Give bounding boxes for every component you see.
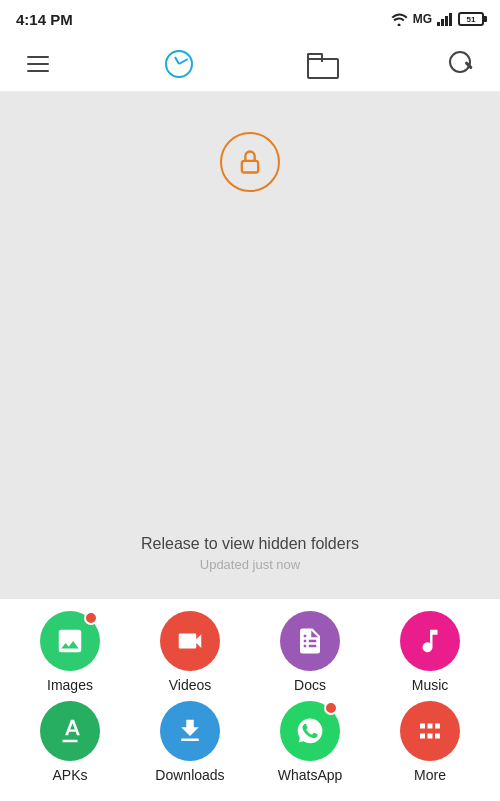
grid-item-apks[interactable]: APKs xyxy=(20,701,120,783)
wifi-icon xyxy=(390,12,408,26)
status-time: 4:14 PM xyxy=(16,11,73,28)
images-label: Images xyxy=(47,677,93,693)
status-icons: MG 51 xyxy=(390,12,484,26)
downloads-icon xyxy=(160,701,220,761)
search-button[interactable] xyxy=(444,46,480,82)
svg-rect-4 xyxy=(242,161,258,173)
battery-icon: 51 xyxy=(458,12,484,26)
hamburger-menu-button[interactable] xyxy=(20,46,56,82)
browse-button[interactable] xyxy=(303,46,339,82)
images-badge xyxy=(84,611,98,625)
music-icon xyxy=(400,611,460,671)
main-area: Release to view hidden folders Updated j… xyxy=(0,92,500,612)
videos-svg xyxy=(175,626,205,656)
apks-svg xyxy=(55,716,85,746)
grid-item-more[interactable]: More xyxy=(380,701,480,783)
images-icon xyxy=(40,611,100,671)
release-main-text: Release to view hidden folders xyxy=(141,535,359,553)
svg-rect-2 xyxy=(445,16,448,26)
grid-item-images[interactable]: Images xyxy=(20,611,120,693)
bottom-grid: Images Videos Docs Music APKs xyxy=(0,599,500,801)
more-icon xyxy=(400,701,460,761)
toolbar xyxy=(0,36,500,92)
music-label: Music xyxy=(412,677,449,693)
search-icon xyxy=(449,51,475,77)
lock-icon xyxy=(236,148,264,176)
grid-item-whatsapp[interactable]: WhatsApp xyxy=(260,701,360,783)
more-label: More xyxy=(414,767,446,783)
whatsapp-label: WhatsApp xyxy=(278,767,343,783)
grid-row-2: APKs Downloads WhatsApp More xyxy=(10,701,490,783)
grid-row-1: Images Videos Docs Music xyxy=(10,611,490,693)
signal-label: MG xyxy=(413,12,432,26)
lock-icon-container xyxy=(220,132,280,192)
recent-button[interactable] xyxy=(161,46,197,82)
clock-icon xyxy=(165,50,193,78)
more-svg xyxy=(415,716,445,746)
hamburger-icon xyxy=(27,56,49,72)
docs-icon xyxy=(280,611,340,671)
grid-item-videos[interactable]: Videos xyxy=(140,611,240,693)
downloads-label: Downloads xyxy=(155,767,224,783)
svg-rect-1 xyxy=(441,19,444,26)
music-svg xyxy=(415,626,445,656)
videos-icon xyxy=(160,611,220,671)
whatsapp-svg xyxy=(295,716,325,746)
grid-item-docs[interactable]: Docs xyxy=(260,611,360,693)
docs-label: Docs xyxy=(294,677,326,693)
apks-icon xyxy=(40,701,100,761)
status-bar: 4:14 PM MG 51 xyxy=(0,0,500,36)
battery-level: 51 xyxy=(467,15,476,24)
grid-item-music[interactable]: Music xyxy=(380,611,480,693)
whatsapp-icon xyxy=(280,701,340,761)
apks-label: APKs xyxy=(52,767,87,783)
videos-label: Videos xyxy=(169,677,212,693)
grid-item-downloads[interactable]: Downloads xyxy=(140,701,240,783)
release-text-container: Release to view hidden folders Updated j… xyxy=(141,535,359,572)
release-sub-text: Updated just now xyxy=(141,557,359,572)
docs-svg xyxy=(295,626,325,656)
signal-icon xyxy=(437,12,453,26)
svg-rect-0 xyxy=(437,22,440,26)
images-svg xyxy=(55,626,85,656)
svg-rect-3 xyxy=(449,13,452,26)
whatsapp-badge xyxy=(324,701,338,715)
downloads-svg xyxy=(175,716,205,746)
folder-icon xyxy=(307,53,335,75)
